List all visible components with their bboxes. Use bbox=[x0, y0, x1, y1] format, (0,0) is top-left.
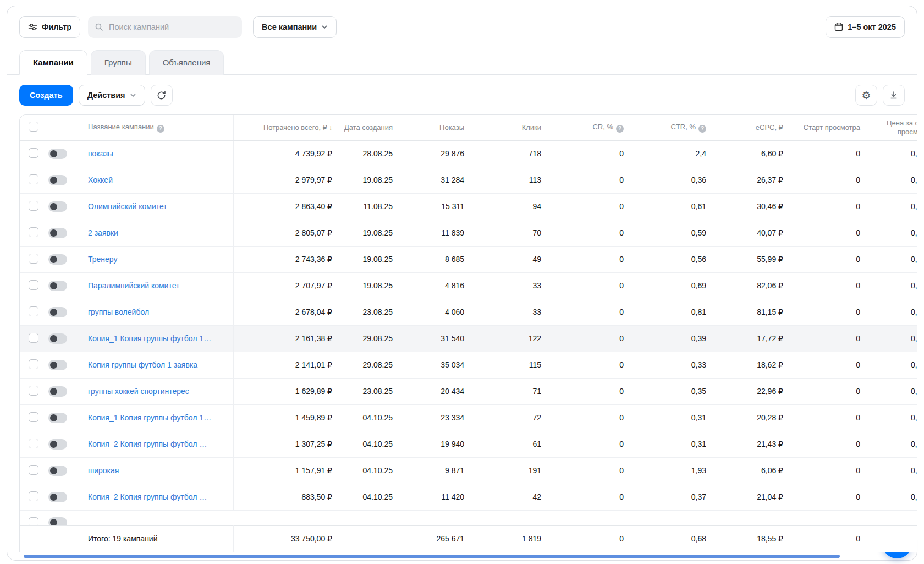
header-cr[interactable]: CR, % bbox=[552, 115, 635, 140]
row-toggle[interactable] bbox=[48, 517, 67, 525]
row-checkbox[interactable] bbox=[29, 254, 38, 264]
table-row: Паралимпийский комитет 2 707,97 ₽ 19.08.… bbox=[20, 272, 917, 299]
campaign-name-link[interactable]: 2 заявки bbox=[88, 228, 118, 237]
cell-impressions: 29 876 bbox=[404, 140, 475, 167]
row-toggle[interactable] bbox=[48, 228, 67, 238]
download-button[interactable] bbox=[883, 85, 905, 106]
campaign-name-link[interactable]: Паралимпийский комитет bbox=[88, 281, 179, 290]
cell-campaign-name: Копия_2 Копия группы футбол … bbox=[79, 431, 233, 457]
row-checkbox[interactable] bbox=[29, 280, 38, 290]
row-toggle[interactable] bbox=[48, 386, 67, 397]
cell-ecpc: 6,60 ₽ bbox=[717, 140, 794, 167]
campaign-name-link[interactable]: Копия_1 Копия группы футбол 1… bbox=[88, 334, 211, 343]
header-campaign-name[interactable]: Название кампании bbox=[79, 115, 233, 140]
header-ecpc[interactable]: eCPC, ₽ bbox=[717, 115, 794, 140]
cell-impressions: 11 839 bbox=[404, 220, 475, 246]
cell-ctr: 0,39 bbox=[635, 325, 717, 352]
row-checkbox[interactable] bbox=[29, 306, 38, 316]
select-all-checkbox[interactable] bbox=[29, 122, 38, 132]
cell-cr: 0 bbox=[552, 246, 635, 272]
settings-button[interactable]: ⚙︎ bbox=[855, 85, 877, 106]
refresh-button[interactable] bbox=[151, 85, 173, 106]
table-row: Копия_2 Копия группы футбол … 883,50 ₽ 0… bbox=[20, 484, 917, 510]
campaign-name-link[interactable]: группы волейбол bbox=[88, 308, 149, 316]
horizontal-scrollbar[interactable] bbox=[24, 555, 840, 558]
header-checkbox-cell bbox=[20, 115, 44, 140]
cell-ctr: 0,69 bbox=[635, 272, 717, 299]
row-checkbox[interactable] bbox=[29, 386, 38, 396]
cell-created: 04.10.25 bbox=[343, 431, 404, 457]
row-checkbox[interactable] bbox=[29, 227, 38, 237]
cell-checkbox bbox=[20, 246, 44, 272]
actions-dropdown[interactable]: Действия bbox=[79, 85, 145, 106]
totals-view-price bbox=[871, 525, 917, 552]
toggle-knob bbox=[50, 494, 57, 501]
row-checkbox[interactable] bbox=[29, 412, 38, 422]
row-toggle[interactable] bbox=[48, 175, 67, 185]
row-toggle[interactable] bbox=[48, 333, 67, 344]
campaign-scope-label: Все кампании bbox=[262, 23, 317, 31]
search-field[interactable] bbox=[88, 16, 242, 38]
gear-icon: ⚙︎ bbox=[861, 90, 871, 101]
campaign-name-link[interactable]: широкая bbox=[88, 466, 119, 475]
header-spent[interactable]: Потрачено всего, ₽↓ bbox=[233, 115, 343, 140]
search-input[interactable] bbox=[108, 22, 235, 32]
campaign-name-link[interactable]: Копия группы футбол 1 заявка bbox=[88, 360, 197, 369]
row-checkbox[interactable] bbox=[29, 333, 38, 343]
header-created[interactable]: Дата создания bbox=[343, 115, 404, 140]
campaign-scope-dropdown[interactable]: Все кампании bbox=[253, 16, 337, 38]
totals-created bbox=[343, 525, 404, 552]
tab-campaigns[interactable]: Кампании bbox=[19, 50, 87, 75]
help-icon[interactable] bbox=[616, 125, 624, 133]
campaign-name-link[interactable]: Хоккей bbox=[88, 176, 113, 184]
filter-button[interactable]: Фильтр bbox=[19, 16, 80, 38]
row-toggle[interactable] bbox=[48, 413, 67, 423]
campaign-name-link[interactable]: Копия_2 Копия группы футбол … bbox=[88, 440, 207, 448]
row-checkbox[interactable] bbox=[29, 439, 38, 448]
toggle-knob bbox=[50, 177, 57, 184]
tab-ads[interactable]: Объявления bbox=[149, 50, 224, 75]
row-toggle[interactable] bbox=[48, 360, 67, 370]
row-toggle[interactable] bbox=[48, 466, 67, 476]
row-checkbox[interactable] bbox=[29, 491, 38, 501]
help-icon[interactable] bbox=[698, 125, 706, 133]
date-range-button[interactable]: 1–5 окт 2025 bbox=[826, 16, 905, 38]
header-impressions[interactable]: Показы bbox=[404, 115, 475, 140]
row-checkbox[interactable] bbox=[29, 148, 38, 158]
create-button[interactable]: Создать bbox=[19, 85, 73, 106]
row-toggle[interactable] bbox=[48, 492, 67, 502]
header-view-price[interactable]: Цена за старт просмотра bbox=[871, 115, 917, 140]
row-checkbox[interactable] bbox=[29, 465, 38, 475]
toggle-knob bbox=[50, 229, 57, 237]
header-view-start[interactable]: Старт просмотра bbox=[794, 115, 871, 140]
totals-empty-cell bbox=[20, 525, 44, 552]
cell-cr: 0 bbox=[552, 484, 635, 510]
row-toggle[interactable] bbox=[48, 201, 67, 212]
row-toggle[interactable] bbox=[48, 149, 67, 159]
campaign-name-link[interactable]: показы bbox=[88, 149, 113, 158]
row-toggle[interactable] bbox=[48, 254, 67, 265]
cell-spent: 2 707,97 ₽ bbox=[233, 272, 343, 299]
campaign-name-link[interactable]: Олимпийский комитет bbox=[88, 202, 167, 211]
row-toggle[interactable] bbox=[48, 281, 67, 291]
topbar: Фильтр Все кампании 1– bbox=[7, 6, 917, 45]
calendar-icon bbox=[834, 23, 843, 31]
row-checkbox[interactable] bbox=[29, 359, 38, 369]
header-ctr[interactable]: CTR, % bbox=[635, 115, 717, 140]
header-clicks[interactable]: Клики bbox=[475, 115, 552, 140]
campaign-name-link[interactable]: Копия_1 Копия группы футбол 1… bbox=[88, 413, 211, 422]
tab-groups[interactable]: Группы bbox=[91, 50, 146, 75]
row-toggle[interactable] bbox=[48, 439, 67, 450]
row-checkbox[interactable] bbox=[29, 174, 38, 184]
campaign-name-link[interactable]: Копия_2 Копия группы футбол … bbox=[88, 492, 207, 501]
row-checkbox[interactable] bbox=[29, 517, 38, 525]
help-icon[interactable] bbox=[157, 125, 164, 133]
campaign-name-link[interactable]: группы хоккей спортинтерес bbox=[88, 387, 189, 396]
cell-created: 04.10.25 bbox=[343, 404, 404, 431]
campaign-name-link[interactable]: Тренеру bbox=[88, 255, 117, 264]
cell-campaign-name: 2 заявки bbox=[79, 220, 233, 246]
row-checkbox[interactable] bbox=[29, 201, 38, 211]
row-toggle[interactable] bbox=[48, 307, 67, 317]
toggle-knob bbox=[50, 519, 57, 525]
cell-toggle bbox=[44, 299, 79, 325]
